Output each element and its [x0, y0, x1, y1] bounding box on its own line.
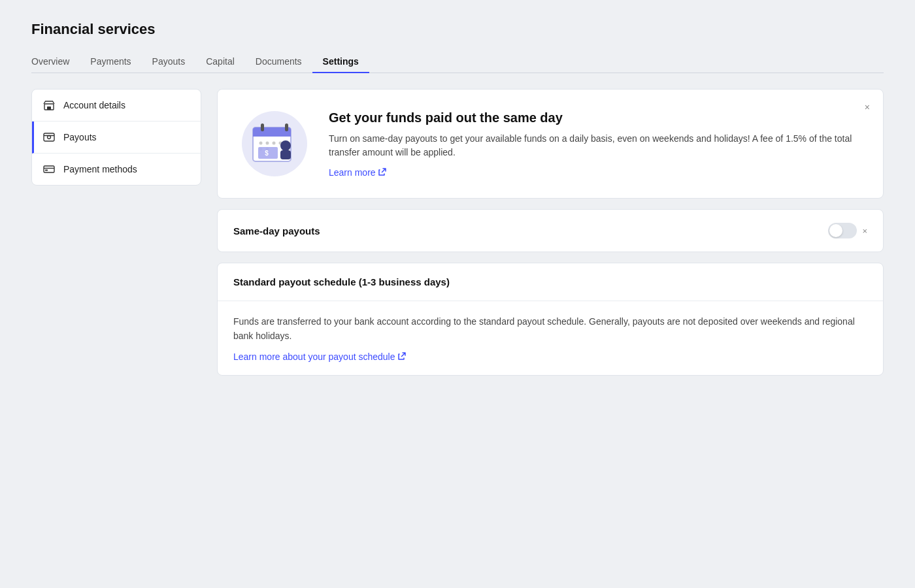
nav-item-payments[interactable]: Payments [80, 51, 141, 73]
payment-methods-icon [42, 163, 56, 176]
svg-rect-11 [253, 132, 291, 137]
promo-close-button[interactable]: × [862, 100, 873, 114]
sidebar-account-details-label: Account details [63, 100, 125, 110]
promo-illustration: $ [239, 108, 310, 180]
same-day-payouts-title: Same-day payouts [233, 225, 320, 237]
learn-more-link[interactable]: Learn more [329, 167, 386, 178]
svg-rect-13 [285, 123, 288, 131]
sidebar-item-payouts[interactable]: Payouts [32, 122, 201, 154]
sidebar-payment-methods-label: Payment methods [63, 164, 137, 174]
standard-payout-description: Funds are transferred to your bank accou… [233, 314, 867, 344]
standard-payout-body: Funds are transferred to your bank accou… [218, 301, 883, 375]
nav-item-documents[interactable]: Documents [245, 51, 312, 73]
svg-point-15 [266, 142, 269, 145]
nav-item-capital[interactable]: Capital [195, 51, 245, 73]
promo-title: Get your funds paid out the same day [329, 110, 862, 125]
standard-payout-title: Standard payout schedule (1-3 business d… [233, 276, 450, 287]
promo-card: × [217, 89, 884, 199]
svg-rect-7 [45, 170, 48, 171]
promo-description: Turn on same-day payouts to get your ava… [329, 132, 862, 159]
toggle-knob [829, 224, 842, 237]
payouts-icon [42, 131, 56, 144]
sidebar-item-account-details[interactable]: Account details [32, 90, 201, 122]
sidebar-item-payment-methods[interactable]: Payment methods [32, 154, 201, 185]
sidebar-payouts-label: Payouts [63, 132, 97, 142]
external-link-icon [378, 167, 386, 178]
standard-payout-card: Standard payout schedule (1-3 business d… [217, 263, 884, 376]
external-link-icon-2 [398, 351, 406, 362]
svg-rect-5 [44, 166, 54, 172]
store-icon [42, 99, 56, 112]
same-day-payouts-close[interactable]: × [862, 226, 867, 236]
svg-rect-1 [47, 106, 51, 110]
page-title: Financial services [31, 21, 884, 38]
svg-text:$: $ [265, 150, 269, 157]
svg-point-16 [273, 142, 276, 145]
svg-rect-23 [280, 150, 291, 159]
same-day-payouts-header: Same-day payouts × [218, 210, 883, 252]
nav-item-settings[interactable]: Settings [312, 51, 369, 73]
toggle-container: × [828, 223, 867, 238]
svg-rect-2 [44, 133, 54, 141]
nav-item-payouts[interactable]: Payouts [142, 51, 196, 73]
same-day-payouts-toggle[interactable] [828, 223, 857, 238]
sidebar-card: Account details Payouts [31, 89, 201, 186]
svg-rect-12 [261, 123, 264, 131]
sidebar: Account details Payouts [31, 89, 201, 376]
svg-point-3 [48, 136, 51, 139]
nav-item-overview[interactable]: Overview [31, 51, 80, 73]
promo-text: Get your funds paid out the same day Tur… [329, 110, 862, 178]
svg-point-22 [280, 140, 291, 151]
top-nav: Overview Payments Payouts Capital Docume… [31, 51, 884, 73]
learn-more-payout-schedule-link[interactable]: Learn more about your payout schedule [233, 351, 406, 362]
main-layout: Account details Payouts [31, 89, 884, 376]
same-day-payouts-card: Same-day payouts × [217, 209, 884, 252]
standard-payout-header: Standard payout schedule (1-3 business d… [218, 263, 883, 301]
content-area: × [217, 89, 884, 376]
svg-point-14 [259, 142, 263, 145]
